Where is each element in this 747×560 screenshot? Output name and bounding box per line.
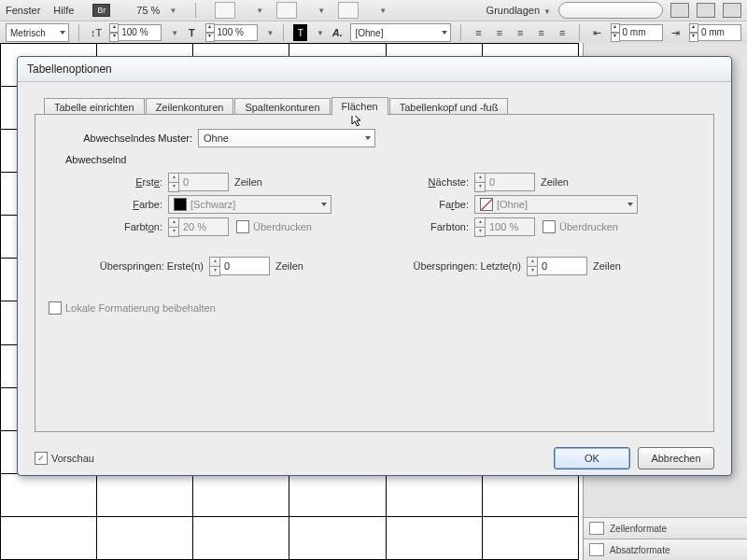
swatch-none-icon: [480, 198, 493, 211]
bridge-badge[interactable]: Br: [92, 4, 110, 17]
tab-panel-flaechen: Abwechselndes Muster: Ohne Abwechselnd E…: [35, 114, 714, 432]
paragraph-styles-icon: [589, 543, 604, 556]
indent-right-icon[interactable]: ⇥: [669, 23, 684, 42]
dialog-tabstrip: Tabelle einrichten Zeilenkonturen Spalte…: [44, 94, 714, 115]
horiz-scale-field[interactable]: ▴▾100 %: [109, 23, 162, 42]
table-options-dialog: Tabellenoptionen Tabelle einrichten Zeil…: [17, 56, 732, 476]
cancel-button[interactable]: Abbrechen: [638, 447, 714, 469]
next-rows-field[interactable]: ▴▾0: [474, 173, 535, 192]
panel-absatzformate[interactable]: Absatzformate: [584, 539, 747, 560]
tab-flaechen[interactable]: Flächen: [331, 97, 388, 116]
right-overprint-checkbox[interactable]: [543, 220, 556, 233]
dialog-title: Tabellenoptionen: [18, 57, 731, 82]
justify-icon[interactable]: ≡: [534, 23, 549, 42]
left-indent-field[interactable]: ▴▾0 mm: [611, 23, 663, 42]
maximize-button[interactable]: [697, 3, 715, 18]
right-indent-field[interactable]: ▴▾0 mm: [689, 23, 741, 42]
close-button[interactable]: [723, 3, 741, 18]
control-bar: Metrisch ↕T ▴▾100 %▼ T ▴▾100 %▼ T▼ A. [O…: [0, 21, 747, 45]
units-dropdown[interactable]: Metrisch: [6, 23, 69, 42]
left-color-dropdown[interactable]: [Schwarz]: [168, 195, 331, 214]
left-color-label: Farbe:: [84, 199, 168, 210]
screen-mode-icon[interactable]: [276, 2, 297, 19]
left-overprint-checkbox[interactable]: [236, 220, 249, 233]
zoom-level[interactable]: 75 %▼: [136, 5, 176, 16]
swatch-black-icon: [174, 198, 187, 211]
view-options-icon[interactable]: [215, 2, 235, 19]
left-overprint-label: Überdrucken: [253, 221, 312, 232]
skip-first-unit: Zeilen: [275, 260, 303, 272]
preview-label: Vorschau: [51, 453, 94, 464]
left-tint-label: Farbton:: [84, 221, 168, 232]
alternating-pattern-label: Abwechselndes Muster:: [52, 133, 198, 144]
ok-button[interactable]: OK: [554, 447, 630, 469]
cell-styles-icon: [589, 522, 604, 535]
skip-first-field[interactable]: ▴▾0: [209, 257, 270, 276]
skip-first-label: Überspringen: Erste(n): [84, 260, 209, 272]
right-tint-label: Farbton:: [390, 221, 474, 232]
panel-zellenformate[interactable]: Zellenformate: [584, 517, 747, 539]
alternating-group-label: Abwechselnd: [65, 154, 697, 165]
keep-local-formatting-label: Lokale Formatierung beibehalten: [65, 302, 216, 314]
first-rows-field[interactable]: ▴▾0: [168, 173, 229, 192]
menu-hilfe[interactable]: Hilfe: [53, 5, 74, 16]
char-style-a-icon[interactable]: A.: [330, 23, 345, 42]
search-input[interactable]: [558, 2, 663, 19]
text-scale-icon[interactable]: T: [184, 23, 199, 42]
keep-local-formatting-checkbox[interactable]: [49, 301, 62, 315]
char-style-dropdown[interactable]: [Ohne]: [350, 23, 451, 42]
skip-last-unit: Zeilen: [593, 260, 621, 272]
first-unit: Zeilen: [234, 176, 262, 188]
workspace-switcher[interactable]: Grundlagen▼: [486, 5, 551, 16]
indent-left-icon[interactable]: ⇤: [589, 23, 604, 42]
next-label: Nächste:: [390, 176, 474, 188]
align-center-icon[interactable]: ≡: [492, 23, 507, 42]
skip-last-label: Überspringen: Letzte(n): [390, 260, 527, 272]
menubar: Fenster Hilfe Br 75 %▼ ▼ ▼ ▼ Grundlagen▼: [0, 0, 747, 21]
arrange-icon[interactable]: [338, 2, 359, 19]
right-color-dropdown[interactable]: [Ohne]: [474, 195, 638, 214]
minimize-button[interactable]: [670, 3, 689, 18]
first-label: Erste:: [84, 176, 168, 188]
menu-fenster[interactable]: Fenster: [6, 5, 40, 16]
next-unit: Zeilen: [541, 176, 569, 188]
justify-all-icon[interactable]: ≡: [555, 23, 570, 42]
skip-last-field[interactable]: ▴▾0: [527, 257, 587, 276]
align-right-icon[interactable]: ≡: [513, 23, 528, 42]
alternating-pattern-dropdown[interactable]: Ohne: [198, 129, 375, 147]
text-orientation-icon[interactable]: ↕T: [89, 23, 104, 42]
fill-text-icon[interactable]: T: [293, 24, 307, 41]
left-tint-field[interactable]: ▴▾20 %: [168, 217, 229, 237]
preview-checkbox[interactable]: ✓: [35, 452, 48, 465]
right-overprint-label: Überdrucken: [559, 221, 618, 232]
right-tint-field[interactable]: ▴▾100 %: [474, 217, 535, 237]
right-color-label: Farbe:: [390, 199, 474, 210]
vert-scale-field[interactable]: ▴▾100 %: [205, 23, 258, 42]
dialog-footer: ✓ Vorschau OK Abbrechen: [18, 441, 731, 475]
align-left-icon[interactable]: ≡: [471, 23, 486, 42]
